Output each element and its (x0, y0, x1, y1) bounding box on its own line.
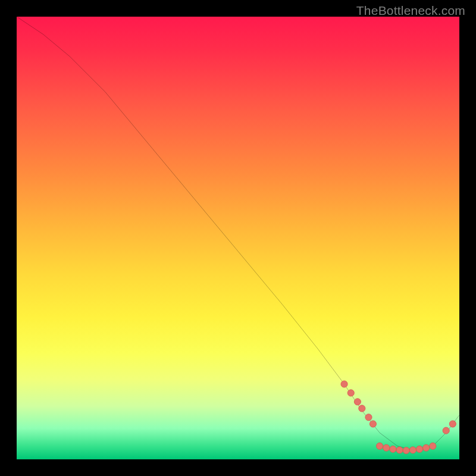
plot-gradient-background (17, 17, 459, 459)
watermark-text: TheBottleneck.com (356, 4, 465, 18)
chart-stage: TheBottleneck.com (0, 0, 476, 476)
